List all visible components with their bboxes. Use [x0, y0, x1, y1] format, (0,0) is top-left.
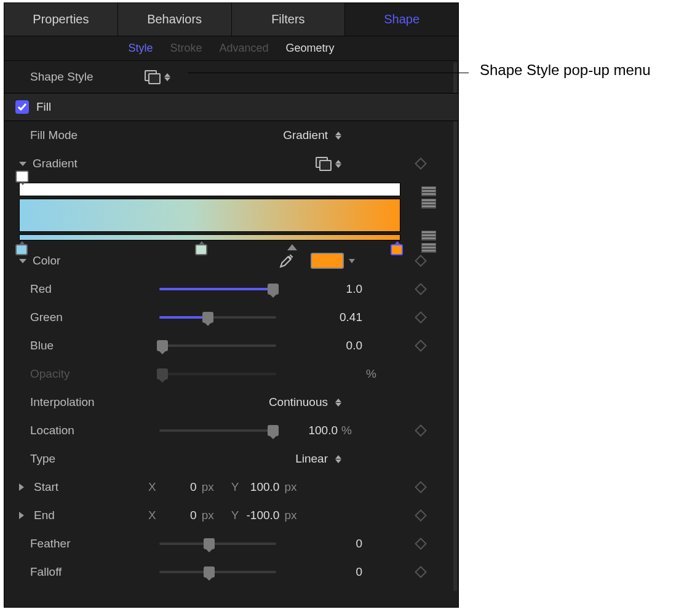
stepper-icon [335, 129, 343, 142]
start-xy[interactable]: X0px Y100.0px [148, 480, 301, 494]
tab-behaviors[interactable]: Behaviors [118, 3, 232, 36]
shape-subtabs: Style Stroke Advanced Geometry [4, 36, 458, 61]
row-location: Location 100.0 % [15, 416, 447, 445]
preset-icon [316, 157, 332, 170]
callout-text: Shape Style pop-up menu [480, 62, 651, 79]
falloff-label: Falloff [30, 565, 159, 579]
keyframe-icon[interactable] [415, 283, 427, 295]
row-fill-mode: Fill Mode Gradient [15, 121, 447, 149]
location-unit: % [341, 424, 362, 437]
color-label: Color [33, 254, 60, 268]
row-blue: Blue 0.0 [15, 332, 447, 360]
start-x-value[interactable]: 0 [161, 480, 197, 494]
callout-line [188, 73, 469, 73]
gradient-label: Gradient [33, 157, 78, 170]
row-fill: Fill [4, 93, 458, 121]
row-interpolation: Interpolation Continuous [15, 388, 447, 416]
keyframe-icon[interactable] [415, 538, 427, 550]
keyframe-icon[interactable] [415, 424, 427, 437]
row-falloff: Falloff 0 [15, 558, 447, 586]
location-label: Location [30, 424, 159, 437]
green-slider[interactable] [159, 316, 276, 319]
tab-filters[interactable]: Filters [232, 3, 346, 36]
gradient-disclose[interactable] [19, 162, 26, 166]
fill-label: Fill [36, 100, 51, 114]
fill-checkbox[interactable] [15, 100, 29, 114]
row-end: End X0px Y-100.0px [15, 501, 447, 530]
type-label: Type [30, 452, 159, 466]
blue-label: Blue [30, 339, 159, 352]
fill-mode-value: Gradient [283, 129, 328, 142]
row-gradient: Gradient [15, 149, 447, 178]
unit-px: px [284, 509, 301, 522]
blue-slider[interactable] [159, 344, 276, 347]
red-value[interactable]: 1.0 [313, 282, 362, 296]
keyframe-icon[interactable] [415, 481, 427, 493]
location-value[interactable]: 100.0 [288, 424, 338, 437]
start-disclose[interactable] [19, 483, 28, 491]
subtab-stroke[interactable]: Stroke [170, 42, 202, 55]
end-xy[interactable]: X0px Y-100.0px [148, 509, 301, 522]
feather-value[interactable]: 0 [313, 537, 362, 550]
shape-style-label: Shape Style [15, 70, 145, 84]
inspector-panel: Properties Behaviors Filters Shape Style… [4, 2, 459, 608]
end-y-value[interactable]: -100.0 [244, 509, 279, 522]
distribute-opacity-icons[interactable] [421, 186, 436, 209]
keyframe-icon[interactable] [415, 340, 427, 352]
fill-mode-label: Fill Mode [15, 129, 145, 142]
row-opacity: Opacity % [15, 360, 447, 388]
gradient-editor[interactable] [15, 183, 447, 240]
stepper-icon [335, 395, 343, 409]
feather-slider[interactable] [159, 542, 276, 545]
blue-value[interactable]: 0.0 [313, 339, 362, 352]
type-value: Linear [295, 452, 328, 466]
tab-shape[interactable]: Shape [345, 3, 458, 36]
start-y-value[interactable]: 100.0 [244, 480, 279, 494]
unit-px: px [284, 480, 301, 494]
row-green: Green 0.41 [15, 303, 447, 332]
row-color: Color [15, 247, 447, 275]
opacity-unit: % [366, 367, 387, 381]
shape-style-popup[interactable] [145, 70, 172, 84]
row-type: Type Linear [15, 445, 447, 473]
end-x-value[interactable]: 0 [161, 509, 197, 522]
green-value[interactable]: 0.41 [313, 311, 362, 324]
scrollbar[interactable] [453, 62, 457, 591]
interpolation-label: Interpolation [30, 395, 159, 409]
fill-mode-popup[interactable]: Gradient [145, 129, 447, 142]
stepper-icon [164, 70, 172, 84]
location-slider[interactable] [159, 429, 276, 432]
interpolation-popup[interactable]: Continuous [159, 395, 447, 409]
start-label: Start [34, 480, 148, 494]
opacity-label: Opacity [30, 367, 159, 381]
row-start: Start X0px Y100.0px [15, 473, 447, 501]
inspector-tabs: Properties Behaviors Filters Shape [4, 3, 458, 36]
gradient-bar[interactable] [19, 199, 400, 232]
color-swatch-popup[interactable] [311, 253, 355, 269]
eyedropper-icon[interactable] [279, 253, 295, 269]
keyframe-icon[interactable] [415, 311, 427, 324]
green-label: Green [30, 311, 159, 324]
color-disclose[interactable] [19, 259, 26, 263]
gradient-preset-popup[interactable] [78, 157, 447, 170]
end-disclose[interactable] [19, 512, 28, 519]
stepper-icon [335, 452, 343, 466]
red-slider[interactable] [159, 288, 276, 290]
row-feather: Feather 0 [15, 530, 447, 558]
falloff-value[interactable]: 0 [313, 565, 362, 579]
keyframe-icon[interactable] [415, 566, 427, 578]
keyframe-icon[interactable] [415, 509, 427, 522]
tab-properties[interactable]: Properties [4, 3, 118, 36]
subtab-advanced[interactable]: Advanced [219, 42, 268, 55]
stepper-icon [335, 157, 343, 170]
opacity-stop-handle[interactable] [15, 170, 29, 183]
subtab-geometry[interactable]: Geometry [286, 42, 335, 55]
end-label: End [34, 509, 148, 522]
unit-px: px [202, 480, 219, 494]
subtab-style[interactable]: Style [128, 42, 153, 55]
opacity-bar[interactable] [19, 183, 400, 196]
falloff-slider[interactable] [159, 571, 276, 573]
preset-icon [145, 70, 161, 84]
type-popup[interactable]: Linear [159, 452, 447, 466]
color-swatch [311, 253, 344, 269]
